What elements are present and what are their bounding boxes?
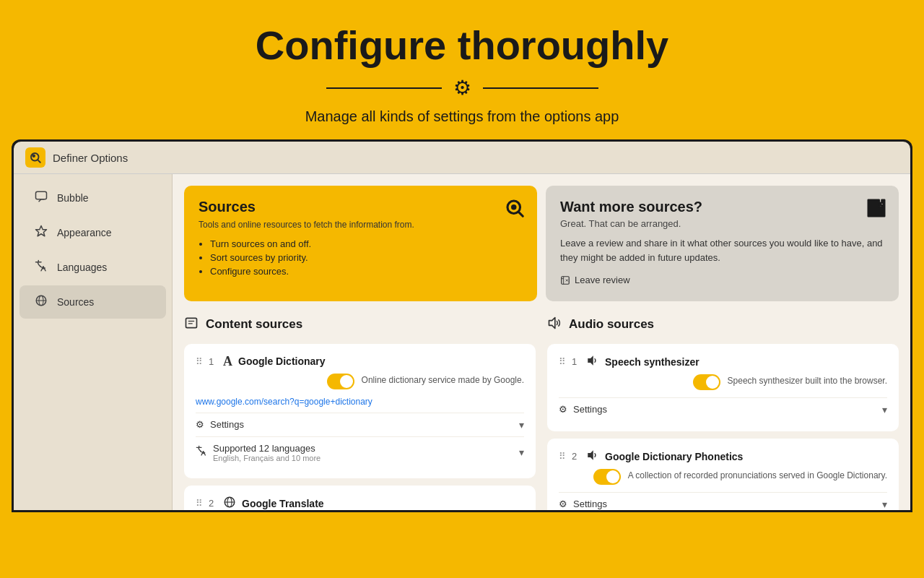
sidebar-item-sources[interactable]: Sources — [19, 285, 166, 319]
bullet-1: Turn sources on and off. — [210, 238, 523, 249]
lang-main-1: Supported 12 languages — [213, 443, 321, 454]
lang-info-1: Supported 12 languages English, Français… — [213, 443, 321, 462]
app-icon — [25, 147, 45, 168]
svg-rect-11 — [562, 276, 570, 284]
drag-handle-1[interactable]: ⠿ — [196, 356, 203, 367]
chevron-down-icon-a1: ▾ — [882, 404, 887, 415]
content-sources-title: Content sources — [206, 317, 302, 332]
speech-synthesizer-toggle[interactable] — [693, 374, 720, 390]
app-title: Definer Options — [53, 152, 128, 164]
svg-marker-20 — [588, 450, 593, 460]
sidebar-item-languages[interactable]: Languages — [19, 251, 166, 284]
audio-source-num-1: 1 — [572, 356, 580, 367]
svg-marker-4 — [36, 226, 47, 236]
google-phonetics-header: ⠿ 2 Google Dictionary Phonetics — [559, 449, 887, 465]
speech-synthesizer-settings-row[interactable]: ⚙ Settings ▾ — [559, 397, 887, 421]
lang-icon-1 — [196, 445, 207, 460]
source-num-1: 1 — [209, 356, 217, 367]
google-dictionary-item: ⠿ 1 A Google Dictionary Online dictionar… — [184, 344, 536, 478]
phonetics-icon — [586, 449, 599, 465]
sidebar-label-bubble: Bubble — [57, 192, 89, 204]
google-dictionary-lang-row[interactable]: Supported 12 languages English, Français… — [196, 436, 524, 468]
banner-divider: ⚙ — [14, 76, 910, 100]
svg-line-1 — [38, 160, 40, 162]
audio-sources-col: Audio sources ⠿ 1 Speech synthesizer — [547, 316, 899, 511]
drag-handle-a1[interactable]: ⠿ — [559, 356, 566, 367]
google-dictionary-name: Google Dictionary — [238, 355, 326, 367]
svg-point-10 — [511, 204, 517, 210]
google-phonetics-desc: A collection of recorded pronunciations … — [628, 470, 887, 480]
want-more-title: Want more sources? — [560, 199, 884, 215]
leave-review-label: Leave review — [575, 275, 630, 285]
audio-sources-icon — [547, 316, 562, 334]
want-more-card: Want more sources? Great. That can be ar… — [546, 186, 899, 301]
bullet-2: Sort sources by priority. — [210, 252, 523, 263]
languages-icon — [34, 259, 48, 275]
sources-card-title: Sources — [199, 199, 523, 215]
sources-card-bullets: Turn sources on and off. Sort sources by… — [199, 238, 523, 277]
chevron-down-icon-1: ▾ — [519, 419, 524, 431]
audio-source-num-2: 2 — [572, 451, 580, 462]
settings-label-a2: Settings — [573, 499, 607, 509]
speech-synthesizer-name: Speech synthesizer — [605, 356, 699, 368]
source-num-2: 2 — [209, 498, 217, 509]
bullet-3: Configure sources. — [210, 266, 523, 277]
leave-review-button[interactable]: Leave review — [560, 275, 630, 285]
sidebar-item-bubble[interactable]: Bubble — [19, 181, 166, 215]
google-translate-item: ⠿ 2 Google Translate — [184, 486, 536, 511]
settings-gear-icon-a2: ⚙ — [559, 499, 567, 509]
google-dictionary-toggle-row: Online dictionary service made by Google… — [196, 374, 524, 389]
google-dictionary-settings-row[interactable]: ⚙ Settings ▾ — [196, 413, 524, 436]
header-cards: Sources Tools and online resources to fe… — [184, 186, 899, 301]
sources-icon — [34, 294, 48, 310]
puzzle-icon — [866, 197, 887, 224]
banner-subtitle: Manage all kinds of settings from the op… — [14, 108, 910, 125]
speech-synthesizer-item: ⠿ 1 Speech synthesizer Speech synthesize… — [547, 344, 899, 431]
svg-rect-3 — [36, 191, 47, 199]
sidebar-label-languages: Languages — [57, 262, 107, 273]
sidebar: Bubble Appearance Languages — [14, 174, 173, 510]
google-translate-header: ⠿ 2 Google Translate — [196, 496, 524, 511]
sources-sections: Content sources ⠿ 1 A Google Dictionary — [184, 316, 899, 511]
banner-title: Configure thoroughly — [14, 22, 910, 69]
sources-card-subtitle: Tools and online resources to fetch the … — [199, 220, 523, 230]
drag-handle-2[interactable]: ⠿ — [196, 498, 203, 509]
settings-row-left-a1: ⚙ Settings — [559, 404, 607, 415]
sidebar-label-sources: Sources — [57, 296, 94, 308]
google-phonetics-toggle[interactable] — [593, 469, 621, 485]
svg-rect-12 — [186, 318, 197, 327]
sidebar-item-appearance[interactable]: Appearance — [19, 216, 166, 249]
google-translate-name: Google Translate — [242, 498, 324, 509]
appearance-icon — [34, 225, 48, 241]
google-dictionary-desc: Online dictionary service made by Google… — [362, 375, 524, 385]
google-dictionary-header: ⠿ 1 A Google Dictionary — [196, 354, 524, 369]
divider-line-right — [483, 87, 598, 89]
content-area: Sources Tools and online resources to fe… — [173, 174, 910, 510]
settings-row-left-a2: ⚙ Settings — [559, 499, 607, 509]
gear-icon: ⚙ — [453, 76, 471, 100]
svg-marker-18 — [549, 317, 555, 328]
divider-line-left — [326, 87, 442, 89]
app-window: Definer Options Bubble Appearance — [12, 139, 912, 512]
want-more-desc: Leave a review and share in it what othe… — [560, 236, 884, 264]
settings-label-1: Settings — [210, 419, 244, 430]
google-dict-icon: A — [223, 354, 232, 369]
google-dictionary-link[interactable]: www.google.com/search?q=google+dictionar… — [196, 397, 524, 407]
content-sources-header: Content sources — [184, 316, 536, 334]
content-sources-col: Content sources ⠿ 1 A Google Dictionary — [184, 316, 536, 511]
sources-info-card: Sources Tools and online resources to fe… — [184, 186, 537, 301]
want-more-subtitle: Great. That can be arranged. — [560, 218, 884, 229]
settings-row-left-1: ⚙ Settings — [196, 419, 244, 430]
audio-sources-title: Audio sources — [569, 317, 654, 332]
speech-synthesizer-header: ⠿ 1 Speech synthesizer — [559, 354, 887, 370]
google-phonetics-item: ⠿ 2 Google Dictionary Phonetics A collec… — [547, 439, 899, 511]
lang-sub-1: English, Français and 10 more — [213, 454, 321, 462]
audio-sources-header: Audio sources — [547, 316, 899, 334]
drag-handle-a2[interactable]: ⠿ — [559, 451, 566, 462]
app-body: Bubble Appearance Languages — [14, 174, 910, 510]
google-translate-icon — [223, 496, 236, 511]
google-dictionary-toggle[interactable] — [327, 374, 354, 389]
search-globe-icon — [504, 197, 526, 223]
svg-point-2 — [32, 155, 36, 158]
google-phonetics-settings-row[interactable]: ⚙ Settings ▾ — [559, 492, 887, 511]
